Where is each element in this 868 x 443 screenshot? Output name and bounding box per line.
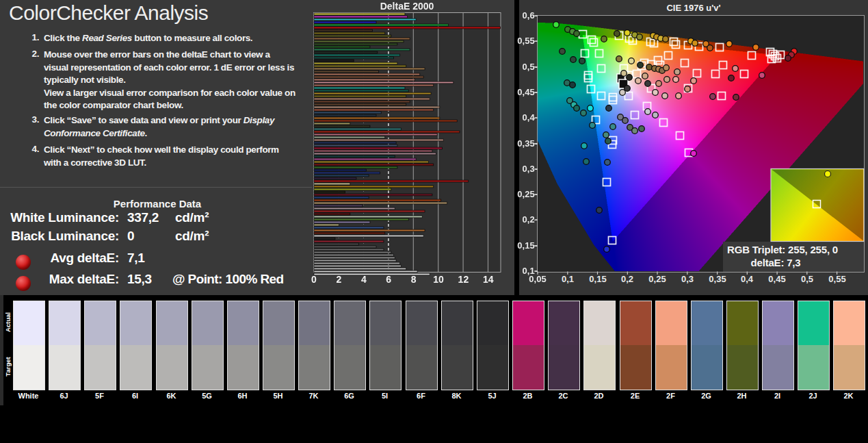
svg-text:14: 14: [483, 274, 494, 285]
svg-text:10: 10: [433, 274, 444, 285]
svg-text:6: 6: [386, 274, 391, 285]
svg-text:4: 4: [361, 274, 367, 285]
svg-text:8: 8: [411, 274, 417, 285]
svg-text:2: 2: [337, 274, 342, 285]
svg-text:0: 0: [311, 274, 317, 285]
svg-text:12: 12: [458, 274, 469, 285]
svg-text:DeltaE 2000: DeltaE 2000: [380, 1, 434, 12]
